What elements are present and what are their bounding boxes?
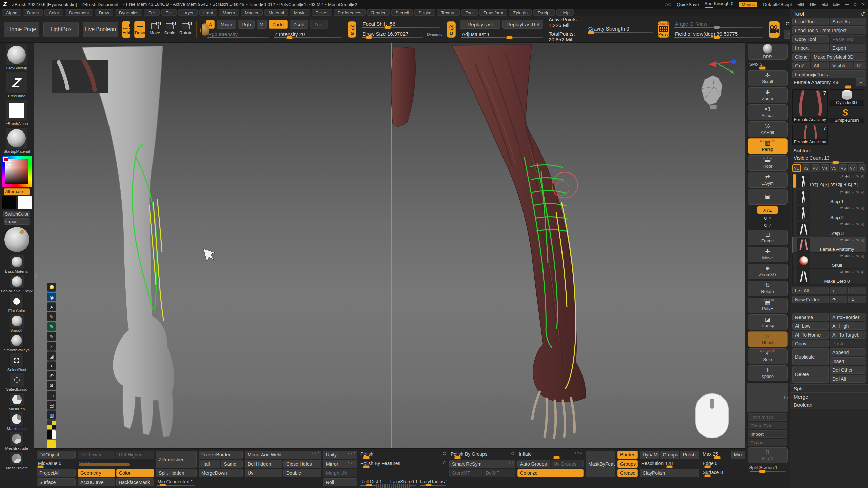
- rgb-button[interactable]: Rgb: [238, 20, 255, 29]
- menu-render[interactable]: Render: [367, 9, 390, 16]
- bshelf-border[interactable]: Border: [617, 451, 638, 459]
- bshelf-sdiv[interactable]: SDiv: [78, 460, 154, 468]
- subtool-action-move-out[interactable]: ↷: [830, 296, 847, 303]
- tray-toggle-left-icon[interactable]: ◀▮▮: [797, 2, 804, 7]
- eye-toggle-icon[interactable]: ◎: [861, 254, 864, 258]
- annot-pen-nib-icon[interactable]: ✎: [47, 312, 56, 321]
- rshelf-rotate-z[interactable]: ↻ Z: [748, 223, 788, 228]
- replay-last-rel-button[interactable]: ReplayLastRel: [502, 20, 543, 29]
- eye-toggle-icon[interactable]: ◎: [861, 238, 864, 242]
- bshelf-inflate[interactable]: Inflate: [517, 451, 584, 459]
- menu-light[interactable]: Light: [199, 9, 217, 16]
- bshelf-dynamesh[interactable]: DynaMesh: [640, 451, 659, 459]
- menu-picker[interactable]: Picker: [312, 9, 332, 16]
- shade-toggle-icon[interactable]: ◐: [852, 206, 855, 210]
- default-zscript-button[interactable]: DefaultZScript: [763, 2, 792, 7]
- flip-toggle-icon[interactable]: ⇄: [840, 270, 843, 274]
- menu-draw[interactable]: Draw: [95, 9, 113, 16]
- menu-stroke[interactable]: Stroke: [414, 9, 435, 16]
- shelf-slot-claybuildup[interactable]: ClayBuildup: [6, 44, 27, 70]
- bshelf-polish[interactable]: Polish: [359, 451, 447, 459]
- visibility-toggle-icon[interactable]: [845, 255, 851, 258]
- shade-toggle-icon[interactable]: ◐: [852, 222, 855, 226]
- persp-button[interactable]: Dynamic Persp: [658, 21, 669, 38]
- rshelf-texture-on[interactable]: Texture On: [748, 413, 787, 421]
- tool-visible[interactable]: Visible: [830, 62, 853, 69]
- live-boolean-button[interactable]: Live Boolean: [83, 22, 118, 37]
- rshelf-solo[interactable]: Dynamic ◐ Solo: [748, 348, 788, 364]
- muscle-shoulder-fragment[interactable]: [391, 47, 416, 126]
- annot-screen-icon[interactable]: ▭: [47, 391, 56, 400]
- bshelf-mergedown[interactable]: MergeDown: [199, 469, 243, 477]
- bshelf-del-higher[interactable]: Del Higher: [116, 451, 154, 459]
- axis-gizmo[interactable]: [709, 59, 736, 74]
- menu-texture[interactable]: Texture: [437, 9, 460, 16]
- menu-marker[interactable]: Marker: [241, 9, 262, 16]
- annot-undo-icon[interactable]: ↶: [47, 371, 56, 380]
- bshelf-geometry[interactable]: Geometry: [78, 469, 115, 477]
- menu-zscript[interactable]: Zscript: [533, 9, 555, 16]
- annot-swatch-yellow[interactable]: [47, 440, 56, 448]
- rshelf-zoom3d[interactable]: ⊕ Zoom3D: [748, 264, 788, 279]
- bshelf-mirror[interactable]: Mirror: [323, 460, 357, 468]
- paint-toggle-icon[interactable]: ✎: [856, 222, 859, 226]
- subtool-make-step-0[interactable]: ⇄ ◐ ✎ ◎ Make Step 0: [793, 269, 866, 285]
- secondary-tool-thumbnail[interactable]: 7 Female Anatomy: [792, 125, 828, 145]
- annot-dot-icon[interactable]: •: [47, 361, 56, 370]
- paint-toggle-icon[interactable]: ✎: [856, 190, 859, 195]
- bshelf-groups[interactable]: Groups: [660, 451, 679, 459]
- paint-toggle-icon[interactable]: ✎: [856, 206, 859, 210]
- subtool-action-del-other[interactable]: Del Other: [830, 366, 866, 374]
- bshelf-del-hidden[interactable]: Del Hidden: [245, 460, 282, 468]
- main-color-swatch[interactable]: [2, 196, 16, 209]
- rshelf-ghost[interactable]: ○ Ghost: [748, 331, 788, 347]
- subtool-action-paste[interactable]: Paste: [830, 340, 866, 347]
- tray-collapse-arrow[interactable]: ❮: [34, 272, 38, 278]
- rshelf-split-screen-1[interactable]: Split Screen 1: [748, 464, 788, 472]
- move-button[interactable]: M Move: [150, 23, 160, 35]
- subtool-action-all-to-target[interactable]: All To Target: [830, 331, 866, 339]
- subtool-action-subtool-down[interactable]: ↓: [848, 287, 866, 294]
- reset-icon[interactable]: ↺: [860, 11, 865, 18]
- visibility-toggle-icon[interactable]: [845, 175, 851, 178]
- subtool-action-append[interactable]: Append: [830, 348, 866, 356]
- mrgb-button[interactable]: Mrgb: [217, 20, 236, 29]
- rotate-button[interactable]: R Rotate: [179, 23, 192, 35]
- scale-button[interactable]: S Scale: [164, 23, 176, 35]
- see-through-slider[interactable]: See-through 0: [705, 1, 734, 8]
- lightbox-button[interactable]: LightBox: [43, 22, 79, 37]
- z-intensity-slider[interactable]: Z Intensity 20: [272, 30, 343, 39]
- stroke-curve-icon[interactable]: S: [348, 21, 356, 38]
- eye-toggle-icon[interactable]: ◎: [861, 222, 864, 226]
- bshelf-morph-uv[interactable]: Morph UV: [323, 469, 357, 477]
- bshelf-crease[interactable]: Crease: [617, 469, 638, 477]
- annot-pen-icon[interactable]: ✎: [47, 322, 56, 331]
- dynamic-mode-label[interactable]: Dynamic: [427, 32, 442, 36]
- bshelf-maskbyfeature[interactable]: MaskByFeature: [586, 451, 615, 477]
- rgb-intensity-slider[interactable]: Rgb Intensity: [206, 30, 270, 39]
- rshelf-texture-preview[interactable]: Te: [747, 382, 788, 412]
- visibility-toggle-icon[interactable]: [845, 239, 851, 242]
- rshelf-actual[interactable]: ×1 Actual: [748, 104, 788, 120]
- rshelf-export[interactable]: Export: [748, 439, 787, 446]
- subtool-action-new-folder[interactable]: New Folder: [792, 296, 829, 303]
- material-maskpen[interactable]: MaskPen: [9, 392, 25, 411]
- switch-color-button[interactable]: SwitchColor: [3, 211, 30, 217]
- bshelf-storemt[interactable]: StoreMT: [449, 469, 482, 477]
- angle-of-view-slider[interactable]: Angle Of View: [673, 20, 765, 28]
- rshelf-flip-v[interactable]: ⇅ Flip V: [748, 447, 788, 463]
- bshelf-colorize[interactable]: Colorize: [517, 469, 584, 477]
- eye-toggle-icon[interactable]: ◎: [861, 206, 864, 210]
- shelf-toggle-right-icon[interactable]: ▤▶: [833, 2, 840, 7]
- menu-dynamics[interactable]: Dynamics: [115, 9, 142, 16]
- bshelf-smart-resym[interactable]: Smart ReSym: [449, 460, 515, 468]
- quicksave-button[interactable]: QuickSave: [677, 2, 699, 7]
- material-flat-color[interactable]: Flat Color: [8, 294, 25, 313]
- vtab-v6[interactable]: V6: [839, 164, 848, 172]
- replay-last-button[interactable]: ReplayLast: [460, 20, 500, 29]
- annot-cursor-icon[interactable]: ➤: [47, 302, 56, 311]
- adjust-last-slider[interactable]: AdjustLast 1: [460, 30, 545, 39]
- shade-toggle-icon[interactable]: ◐: [852, 238, 855, 242]
- vtab-v1[interactable]: V1: [792, 164, 801, 172]
- rshelf-frame[interactable]: ⊡ Frame: [748, 230, 788, 245]
